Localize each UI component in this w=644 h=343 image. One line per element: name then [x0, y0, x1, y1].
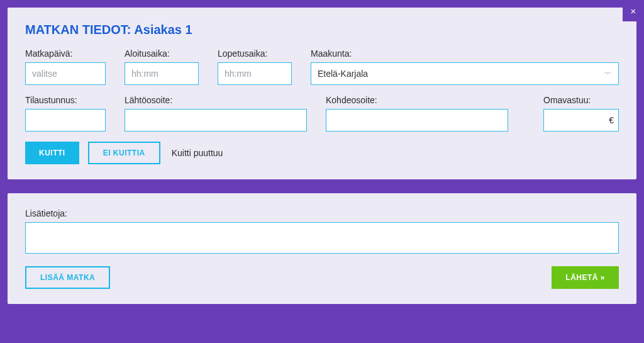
tilaustunnus-input[interactable]: [25, 109, 106, 132]
laheta-button[interactable]: LÄHETÄ »: [552, 266, 619, 289]
label-tilaustunnus: Tilaustunnus:: [25, 95, 106, 105]
field-maakunta: Maakunta: Etelä-Karjala ﹀: [311, 48, 619, 85]
label-kohdeosoite: Kohdeosoite:: [326, 95, 508, 105]
matkapaiva-input[interactable]: [25, 62, 106, 85]
chevron-down-icon: ﹀: [604, 69, 612, 79]
label-lopetusaika: Lopetusaika:: [218, 48, 292, 59]
lahtoosoite-input[interactable]: [125, 109, 307, 132]
trip-details-panel: × MATKAN TIEDOT: Asiakas 1 Matkapäivä: A…: [8, 8, 636, 179]
kuitti-button[interactable]: KUITTI: [25, 142, 79, 164]
label-omavastuu: Omavastuu:: [543, 95, 619, 105]
footer-button-row: LISÄÄ MATKA LÄHETÄ »: [25, 266, 619, 289]
field-lisatietoja: Lisätietoja:: [25, 208, 619, 254]
label-lisatietoja: Lisätietoja:: [25, 208, 619, 218]
field-lopetusaika: Lopetusaika:: [218, 48, 292, 85]
field-tilaustunnus: Tilaustunnus:: [25, 95, 106, 132]
label-matkapaiva: Matkapäivä:: [25, 48, 106, 59]
field-omavastuu: Omavastuu: €: [543, 95, 619, 132]
lisatietoja-textarea[interactable]: [25, 222, 619, 254]
kuitti-status-text: Kuitti puuttuu: [172, 148, 223, 158]
row-2: Tilaustunnus: Lähtöosoite: Kohdeosoite: …: [25, 95, 619, 132]
additional-info-panel: Lisätietoja: LISÄÄ MATKA LÄHETÄ »: [8, 193, 636, 304]
label-aloitusaika: Aloitusaika:: [125, 48, 199, 59]
aloitusaika-input[interactable]: [125, 62, 199, 85]
receipt-button-row: KUITTI EI KUITTIA Kuitti puuttuu: [25, 142, 619, 164]
close-button[interactable]: ×: [623, 0, 644, 21]
label-maakunta: Maakunta:: [311, 48, 619, 59]
close-icon: ×: [631, 6, 636, 16]
lisaa-matka-button[interactable]: LISÄÄ MATKA: [25, 266, 110, 289]
lopetusaika-input[interactable]: [218, 62, 292, 85]
field-lahtoosoite: Lähtöosoite:: [125, 95, 307, 132]
row-1: Matkapäivä: Aloitusaika: Lopetusaika: Ma…: [25, 48, 619, 85]
kohdeosoite-input[interactable]: [326, 109, 508, 132]
panel-title: MATKAN TIEDOT: Asiakas 1: [25, 23, 619, 37]
field-aloitusaika: Aloitusaika:: [125, 48, 199, 85]
field-matkapaiva: Matkapäivä:: [25, 48, 106, 85]
maakunta-selected-value: Etelä-Karjala: [318, 69, 368, 79]
omavastuu-input[interactable]: [543, 109, 619, 132]
maakunta-select[interactable]: Etelä-Karjala ﹀: [311, 62, 619, 85]
label-lahtoosoite: Lähtöosoite:: [125, 95, 307, 105]
field-kohdeosoite: Kohdeosoite:: [326, 95, 508, 132]
ei-kuittia-button[interactable]: EI KUITTIA: [88, 142, 160, 164]
